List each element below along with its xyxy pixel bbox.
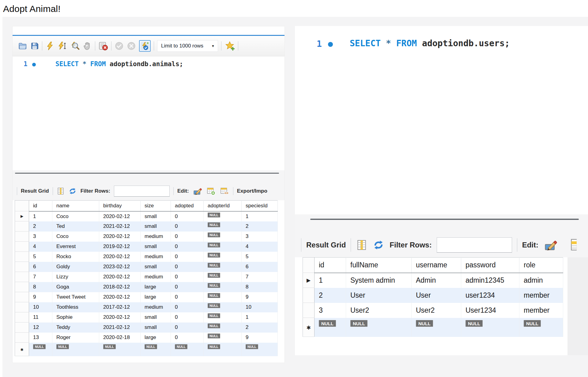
table-cell[interactable]: 1 — [29, 211, 52, 221]
table-cell[interactable]: Admin — [412, 273, 461, 288]
table-cell[interactable]: 13 — [29, 333, 52, 343]
table-cell[interactable]: 2017-02-12 — [99, 302, 141, 312]
row-selector[interactable]: ✱ — [15, 343, 29, 356]
table-cell[interactable]: 7 — [242, 272, 278, 282]
table-cell[interactable]: 2020-02-12 — [99, 272, 141, 282]
table-cell[interactable]: Goga — [52, 282, 99, 292]
table-cell[interactable]: large — [141, 292, 171, 302]
table-cell[interactable]: NULL — [204, 312, 242, 322]
table-cell[interactable]: 2021-02-12 — [99, 322, 141, 333]
table-cell[interactable]: 5 — [29, 252, 52, 262]
rollback-icon[interactable] — [127, 41, 136, 51]
toggle-stop-on-error-icon[interactable] — [98, 41, 108, 51]
table-cell[interactable]: 2020-02-12 — [99, 292, 141, 302]
column-header-birthday[interactable]: birthday — [99, 201, 141, 211]
row-selector[interactable] — [15, 262, 29, 272]
table-cell[interactable]: NULL — [204, 211, 242, 221]
row-selector[interactable] — [15, 292, 29, 302]
row-selector[interactable] — [15, 221, 29, 232]
table-cell[interactable]: member — [519, 288, 563, 303]
table-cell[interactable]: admin12345 — [461, 273, 519, 288]
table-cell[interactable]: 2 — [29, 221, 52, 232]
table-cell[interactable]: 2020-02-12 — [99, 312, 141, 322]
column-header-adopted[interactable]: adopted — [171, 201, 204, 211]
row-selector[interactable] — [15, 302, 29, 312]
row-selector[interactable] — [15, 232, 29, 242]
table-cell[interactable]: NULL — [171, 343, 204, 356]
table-cell[interactable]: small — [141, 322, 171, 333]
table-cell[interactable]: User1234 — [461, 303, 519, 318]
table-cell[interactable]: 8 — [242, 282, 278, 292]
insert-row-icon-clipped[interactable] — [570, 237, 577, 253]
table-cell[interactable]: 1 — [242, 211, 278, 221]
table-cell[interactable]: 1 — [242, 312, 278, 322]
table-cell[interactable]: NULL — [29, 343, 52, 356]
new-snippet-icon[interactable] — [224, 41, 235, 51]
table-cell[interactable]: 2018-02-12 — [99, 282, 141, 292]
table-cell[interactable]: 0 — [171, 333, 204, 343]
explain-icon[interactable] — [70, 41, 80, 51]
row-selector[interactable] — [15, 242, 29, 252]
table-cell[interactable]: 0 — [171, 312, 204, 322]
filter-rows-input[interactable] — [437, 237, 512, 253]
table-cell[interactable]: Goldy — [52, 262, 99, 272]
table-cell[interactable]: 6 — [242, 262, 278, 272]
table-cell[interactable]: 10 — [242, 302, 278, 312]
sql-editor-animals[interactable]: 1 SELECT * FROM adoptiondb.animals; — [13, 57, 285, 170]
splitter-handle[interactable] — [310, 219, 579, 220]
row-selector[interactable]: ▶ — [15, 211, 29, 221]
row-selector[interactable] — [15, 322, 29, 333]
table-cell[interactable]: 6 — [29, 262, 52, 272]
table-cell[interactable]: small — [141, 312, 171, 322]
row-selector[interactable] — [15, 282, 29, 292]
insert-row-icon[interactable] — [206, 187, 216, 196]
table-cell[interactable]: 10 — [29, 302, 52, 312]
table-cell[interactable]: Sophie — [52, 312, 99, 322]
table-cell[interactable]: 4 — [242, 242, 278, 252]
table-cell[interactable]: member — [519, 303, 563, 318]
table-cell[interactable]: Toothless — [52, 302, 99, 312]
table-cell[interactable]: NULL — [204, 242, 242, 252]
table-cell[interactable]: 4 — [29, 242, 52, 252]
column-header-password[interactable]: password — [461, 258, 519, 273]
table-cell[interactable]: 0 — [171, 302, 204, 312]
table-cell[interactable]: NULL — [204, 272, 242, 282]
table-cell[interactable]: NULL — [204, 282, 242, 292]
table-cell[interactable]: NULL — [315, 318, 346, 337]
table-cell[interactable]: NULL — [52, 343, 99, 356]
table-cell[interactable]: NULL — [519, 318, 563, 337]
column-header-fullName[interactable]: fullName — [346, 258, 412, 273]
commit-icon[interactable] — [115, 41, 124, 51]
table-cell[interactable]: NULL — [412, 318, 461, 337]
table-cell[interactable]: System admin — [346, 273, 412, 288]
delete-row-icon[interactable] — [220, 187, 229, 196]
execute-current-statement-icon[interactable] — [58, 41, 67, 51]
table-cell[interactable]: NULL — [461, 318, 519, 337]
table-cell[interactable]: small — [141, 211, 171, 221]
table-cell[interactable]: User — [346, 288, 412, 303]
row-selector[interactable] — [303, 288, 315, 303]
table-cell[interactable]: 12 — [29, 322, 52, 333]
row-selector[interactable]: ✱ — [303, 318, 315, 337]
table-cell[interactable]: NULL — [346, 318, 412, 337]
table-cell[interactable]: NULL — [141, 343, 171, 356]
result-grid-icon[interactable] — [57, 187, 65, 195]
table-cell[interactable]: Ted — [52, 221, 99, 232]
table-cell[interactable]: NULL — [204, 232, 242, 242]
column-header-adopterId[interactable]: adopterId — [204, 201, 242, 211]
column-header-speciesId[interactable]: speciesId — [242, 201, 278, 211]
table-cell[interactable]: 2019-02-12 — [99, 242, 141, 252]
table-cell[interactable]: 2023-02-12 — [99, 262, 141, 272]
table-cell[interactable]: 8 — [29, 282, 52, 292]
table-cell[interactable]: 7 — [29, 272, 52, 282]
table-cell[interactable]: 9 — [242, 333, 278, 343]
column-header-name[interactable]: name — [52, 201, 99, 211]
table-cell[interactable]: User — [412, 288, 461, 303]
table-cell[interactable]: NULL — [204, 343, 242, 356]
table-cell[interactable]: 0 — [171, 242, 204, 252]
column-header-size[interactable]: size — [141, 201, 171, 211]
stop-icon[interactable] — [83, 41, 92, 51]
table-cell[interactable]: 2020-02-12 — [99, 252, 141, 262]
row-selector[interactable] — [15, 333, 29, 343]
table-cell[interactable]: 11 — [29, 312, 52, 322]
